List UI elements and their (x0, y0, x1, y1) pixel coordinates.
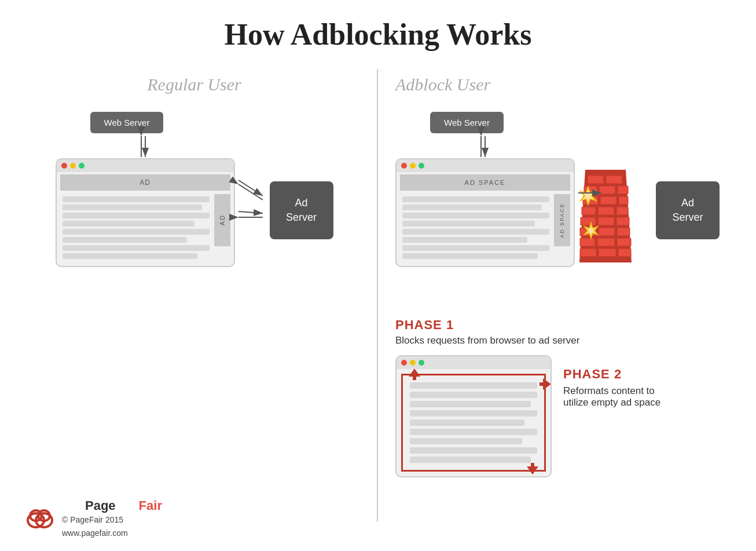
left-browser-body: AD (57, 192, 234, 266)
svg-rect-12 (599, 186, 615, 194)
svg-rect-27 (597, 238, 615, 246)
dot-yellow-right (410, 163, 416, 169)
svg-marker-45 (527, 466, 538, 475)
dot-green (79, 163, 85, 169)
firewall-svg (579, 164, 632, 268)
left-ad-sidebar: AD (214, 194, 230, 246)
right-ad-space-sidebar: AD SPACE (554, 194, 570, 246)
phase1-section: PHASE 1 Blocks requests from browser to … (395, 318, 733, 346)
phase2-text-area: PHASE 2 Reformats content toutilize empt… (563, 355, 660, 408)
svg-rect-15 (600, 196, 616, 205)
right-browser-window: AD SPACE (395, 158, 575, 267)
phase2-down-arrow (527, 463, 538, 477)
svg-rect-22 (616, 217, 629, 225)
phase1-label: PHASE 1 (395, 318, 733, 333)
svg-rect-10 (606, 176, 622, 184)
svg-rect-16 (619, 196, 628, 205)
phase2-titlebar (397, 356, 551, 369)
left-ad-sidebar-label: AD (219, 214, 226, 225)
svg-rect-46 (531, 463, 534, 466)
phase2-dot-red (401, 360, 407, 366)
phase2-browser (395, 355, 552, 477)
svg-rect-19 (616, 207, 628, 215)
svg-rect-9 (588, 176, 604, 184)
phase2-desc: Reformats content toutilize empty ad spa… (563, 385, 660, 408)
svg-rect-29 (580, 249, 596, 257)
svg-rect-13 (618, 186, 628, 194)
svg-rect-17 (582, 207, 596, 215)
svg-rect-21 (598, 217, 614, 225)
phase2-row: PHASE 2 Reformats content toutilize empt… (395, 355, 660, 477)
left-browser-window: AD (56, 158, 235, 267)
svg-rect-42 (413, 377, 416, 380)
right-content-area (400, 194, 552, 261)
phase2-dot-green (419, 360, 424, 366)
phase2-label: PHASE 2 (563, 367, 660, 382)
left-column: Regular User Web Server AD (23, 69, 378, 521)
left-ad-banner: AD (60, 174, 230, 191)
svg-line-6 (238, 211, 263, 213)
footer: PageFair © PageFair 2015 www.pagefair.co… (23, 498, 162, 539)
footer-text-area: PageFair © PageFair 2015 www.pagefair.co… (62, 498, 162, 539)
main-title: How Adblocking Works (23, 17, 733, 52)
phase1-desc: Blocks requests from browser to ad serve… (395, 335, 733, 346)
right-diagram: Web Server AD SPACE (395, 112, 720, 309)
svg-marker-41 (409, 368, 420, 377)
left-diagram: Web Server AD (56, 112, 333, 315)
left-section-title: Regular User (147, 75, 241, 94)
svg-rect-31 (618, 249, 631, 257)
phase2-right-arrow (540, 378, 551, 392)
right-ad-space-sidebar-label: AD SPACE (559, 203, 565, 238)
phase2-up-arrow (409, 368, 420, 382)
footer-website: www.pagefair.com (62, 527, 162, 539)
right-column: Adblock User Web Server AD SPACE (378, 69, 733, 521)
svg-rect-20 (581, 217, 596, 225)
dot-yellow (70, 163, 76, 169)
left-browser-titlebar (57, 159, 234, 172)
right-browser-body: AD SPACE (397, 192, 574, 266)
svg-rect-18 (598, 207, 614, 215)
svg-rect-28 (617, 238, 631, 246)
svg-line-4 (238, 180, 263, 196)
right-browser-titlebar (397, 159, 574, 172)
svg-rect-25 (617, 228, 630, 236)
svg-line-5 (238, 184, 263, 200)
left-web-server-box: Web Server (90, 112, 164, 133)
phase2-content-box (401, 374, 546, 472)
right-ad-space-banner: AD SPACE (400, 174, 570, 191)
right-content-lines (400, 194, 552, 261)
phase2-dot-yellow (410, 360, 416, 366)
svg-rect-30 (599, 249, 616, 257)
right-web-server-box: Web Server (430, 112, 504, 133)
dot-red (61, 163, 67, 169)
page: How Adblocking Works Regular User Web Se… (0, 0, 756, 551)
svg-rect-44 (540, 382, 543, 386)
phase2-lines (408, 380, 540, 465)
phase2-content (397, 369, 551, 476)
right-section-title: Adblock User (395, 75, 490, 94)
svg-rect-26 (580, 238, 595, 246)
columns-wrapper: Regular User Web Server AD (23, 69, 733, 521)
firewall-visual (579, 164, 626, 262)
dot-red-right (401, 163, 407, 169)
left-content-lines (60, 194, 212, 261)
left-content-area (60, 194, 212, 261)
svg-rect-24 (599, 228, 615, 236)
left-ad-server-box: AdServer (270, 181, 333, 239)
dot-green-right (419, 163, 424, 169)
svg-marker-43 (543, 378, 551, 390)
pagefair-logo (23, 503, 55, 535)
right-ad-server-box: AdServer (656, 181, 720, 239)
footer-brand: PageFair (62, 498, 162, 513)
